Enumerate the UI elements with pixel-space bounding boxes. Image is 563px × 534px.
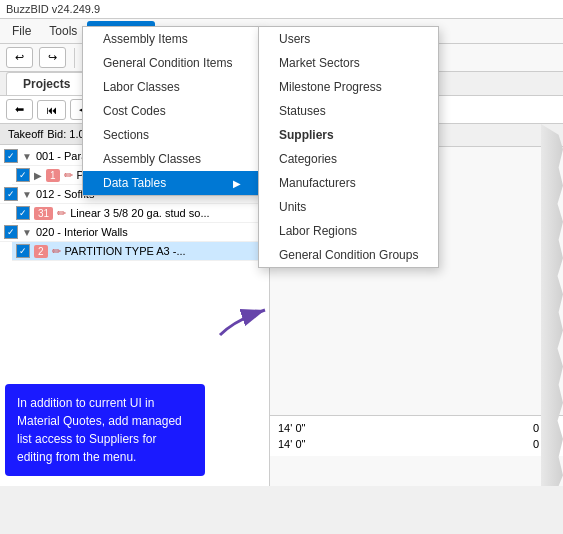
tab-projects[interactable]: Projects [6, 72, 87, 95]
tree-checkbox[interactable]: ✓ [16, 168, 30, 182]
tree-item-label: Linear 3 5/8 20 ga. stud so... [70, 207, 209, 219]
submenu-item-manufacturers[interactable]: Manufacturers [259, 171, 438, 195]
edit-icon: ✏ [52, 245, 61, 258]
dropdown-item-assembly-classes[interactable]: Assembly Classes [83, 147, 261, 171]
expand-icon4[interactable]: ▼ [22, 227, 32, 238]
nav-first[interactable]: ⏮ [37, 100, 66, 120]
tree-item[interactable]: ✓ 31 ✏ Linear 3 5/8 20 ga. stud so... [12, 204, 269, 223]
dropdown-item-labor-classes[interactable]: Labor Classes [83, 75, 261, 99]
row-col1: 14' 0" [278, 422, 305, 434]
bottom-rows: 14' 0" 0 LF 14' 0" 0 LF [270, 415, 563, 456]
submenu-item-suppliers[interactable]: Suppliers [259, 123, 438, 147]
edit-icon: ✏ [64, 169, 73, 182]
dropdown-menu: Assembly Items General Condition Items L… [82, 26, 262, 196]
edit-icon: ✏ [57, 207, 66, 220]
title-bar: BuzzBID v24.249.9 [0, 0, 563, 19]
dropdown-item-data-tables[interactable]: Data Tables ▶ [83, 171, 261, 195]
dropdown-item-cost-codes[interactable]: Cost Codes [83, 99, 261, 123]
tree-item[interactable]: ✓ 2 ✏ PARTITION TYPE A3 -... [12, 242, 269, 261]
expand-icon[interactable]: ▼ [22, 151, 32, 162]
app-title: BuzzBID v24.249.9 [6, 3, 100, 15]
data-tables-submenu: Users Market Sectors Milestone Progress … [258, 26, 439, 268]
submenu-item-labor-regions[interactable]: Labor Regions [259, 219, 438, 243]
item-number: 1 [46, 169, 60, 182]
menu-tools[interactable]: Tools [41, 21, 85, 41]
submenu-item-statuses[interactable]: Statuses [259, 99, 438, 123]
tree-item-label: PARTITION TYPE A3 -... [65, 245, 186, 257]
takeoff-label: Takeoff [8, 128, 43, 140]
dropdown-item-general-condition[interactable]: General Condition Items [83, 51, 261, 75]
submenu-item-categories[interactable]: Categories [259, 147, 438, 171]
submenu-item-milestone-progress[interactable]: Milestone Progress [259, 75, 438, 99]
dropdown-item-sections[interactable]: Sections [83, 123, 261, 147]
submenu-item-users[interactable]: Users [259, 27, 438, 51]
nav-back[interactable]: ⬅ [6, 99, 33, 120]
expand-icon2[interactable]: ▶ [34, 170, 42, 181]
undo-button[interactable]: ↩ [6, 47, 33, 68]
tree-checkbox[interactable]: ✓ [16, 206, 30, 220]
data-row: 14' 0" 0 LF [278, 436, 555, 452]
toolbar-separator [74, 48, 75, 68]
annotation-box: In addition to current UI in Material Qu… [5, 384, 205, 476]
annotation-text: In addition to current UI in Material Qu… [17, 396, 182, 464]
item-number: 31 [34, 207, 53, 220]
item-number: 2 [34, 245, 48, 258]
submenu-arrow-icon: ▶ [233, 178, 241, 189]
tree-checkbox[interactable]: ✓ [4, 187, 18, 201]
dropdown-item-assembly-items[interactable]: Assembly Items [83, 27, 261, 51]
submenu-item-market-sectors[interactable]: Market Sectors [259, 51, 438, 75]
submenu-item-general-condition-groups[interactable]: General Condition Groups [259, 243, 438, 267]
tree-checkbox[interactable]: ✓ [4, 149, 18, 163]
tree-item-label: 020 - Interior Walls [36, 226, 128, 238]
submenu: Users Market Sectors Milestone Progress … [258, 26, 439, 268]
database-dropdown: Assembly Items General Condition Items L… [82, 26, 262, 196]
expand-icon3[interactable]: ▼ [22, 189, 32, 200]
tree-checkbox[interactable]: ✓ [16, 244, 30, 258]
data-row: 14' 0" 0 LF [278, 420, 555, 436]
row-col1: 14' 0" [278, 438, 305, 450]
redo-button[interactable]: ↪ [39, 47, 66, 68]
submenu-item-units[interactable]: Units [259, 195, 438, 219]
tree-checkbox[interactable]: ✓ [4, 225, 18, 239]
ragged-edge [541, 124, 563, 486]
menu-file[interactable]: File [4, 21, 39, 41]
tree-item[interactable]: ✓ ▼ 020 - Interior Walls [0, 223, 269, 242]
